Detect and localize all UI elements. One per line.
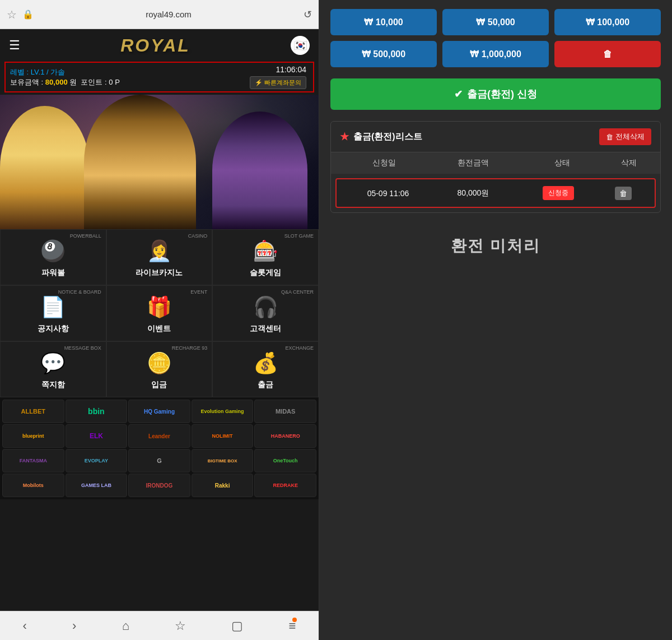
withdrawal-list-section: ★ 출금(환전)리스트 🗑 전체삭제 신청일 환전금액 상태 삭제 05-09 … bbox=[330, 121, 661, 213]
game-subtitle-5: Q&A CENTER bbox=[281, 289, 314, 295]
game-icon-1: 👩‍💼 bbox=[144, 236, 174, 266]
right-panel: ₩ 10,000 ₩ 50,000 ₩ 100,000 ₩ 500,000 ₩ … bbox=[319, 0, 672, 640]
game-item-3[interactable]: NOTICE & BOARD 📄 공지사항 bbox=[0, 285, 106, 341]
brand-grid: ALLBETbbinHQ GamingEvolution GamingMIDAS… bbox=[0, 397, 319, 499]
nav-menu[interactable]: ≡ bbox=[284, 614, 300, 638]
game-subtitle-2: SLOT GAME bbox=[284, 233, 314, 239]
brand-item-4[interactable]: MIDAS bbox=[254, 400, 316, 423]
delete-amount-button[interactable]: 🗑 bbox=[554, 41, 661, 67]
person-3 bbox=[212, 112, 307, 229]
brand-item-6[interactable]: ELK bbox=[66, 424, 128, 448]
game-label-3: 공지사항 bbox=[38, 324, 69, 334]
game-icon-7: 🪙 bbox=[144, 349, 174, 378]
amount-buttons-section: ₩ 10,000 ₩ 50,000 ₩ 100,000 ₩ 500,000 ₩ … bbox=[319, 0, 672, 78]
game-item-1[interactable]: CASINO 👩‍💼 라이브카지노 bbox=[106, 229, 213, 285]
time-display: 11:06:04 bbox=[276, 65, 307, 74]
nav-bookmark[interactable]: ☆ bbox=[170, 614, 190, 638]
flag-icon[interactable]: 🇰🇷 bbox=[291, 36, 310, 55]
quick-message-button[interactable]: ⚡ 빠른계좌문의 bbox=[250, 76, 306, 89]
brand-item-8[interactable]: NOLIMIT bbox=[192, 424, 254, 448]
amount-btn-100000[interactable]: ₩ 100,000 bbox=[554, 9, 661, 35]
list-title-text: 출금(환전)리스트 bbox=[353, 131, 422, 143]
game-icon-8: 💰 bbox=[251, 349, 280, 378]
withdrawal-list-header: ★ 출금(환전)리스트 🗑 전체삭제 bbox=[331, 122, 660, 152]
amount-btn-500000[interactable]: ₩ 500,000 bbox=[330, 41, 437, 67]
game-icon-3: 📄 bbox=[39, 293, 68, 322]
nav-back[interactable]: ‹ bbox=[18, 614, 31, 638]
game-item-6[interactable]: MESSAGE BOX 💬 쪽지함 bbox=[0, 341, 106, 397]
game-label-0: 파워볼 bbox=[41, 268, 65, 278]
brand-item-0[interactable]: ALLBET bbox=[2, 400, 64, 423]
checkmark-icon: ✔ bbox=[454, 88, 463, 100]
person-1 bbox=[0, 106, 90, 229]
lock-icon: 🔒 bbox=[22, 9, 34, 20]
app-header: ☰ ROYAL 🇰🇷 bbox=[0, 29, 319, 62]
brand-item-3[interactable]: Evolution Gaming bbox=[192, 400, 254, 423]
person-2 bbox=[84, 95, 196, 229]
amount-btn-1000000[interactable]: ₩ 1,000,000 bbox=[442, 41, 549, 67]
game-icon-4: 🎁 bbox=[144, 293, 174, 322]
refresh-icon[interactable]: ↺ bbox=[304, 8, 312, 21]
brand-item-16[interactable]: GAMES LAB bbox=[66, 474, 128, 497]
row-delete-button[interactable]: 🗑 bbox=[615, 187, 632, 200]
game-label-4: 이벤트 bbox=[147, 324, 171, 334]
brand-item-1[interactable]: bbin bbox=[66, 400, 128, 423]
star-icon[interactable]: ☆ bbox=[7, 8, 17, 21]
brand-item-9[interactable]: HABANERO bbox=[254, 424, 316, 448]
status-button[interactable]: 신청중 bbox=[543, 186, 574, 200]
brand-item-19[interactable]: REDRAKE bbox=[254, 474, 316, 497]
game-item-0[interactable]: POWERBALL 🎱 파워볼 bbox=[0, 229, 106, 285]
header-delete: 삭제 bbox=[606, 158, 651, 168]
withdrawal-btn-label: 출금(환전) 신청 bbox=[467, 87, 537, 101]
game-icon-5: 🎧 bbox=[251, 293, 280, 322]
pending-notice: 환전 미처리 bbox=[319, 213, 672, 279]
logo: ROYAL bbox=[120, 35, 190, 56]
game-label-7: 입금 bbox=[151, 380, 167, 390]
browser-chrome: ☆ 🔒 royal49.com ↺ bbox=[0, 0, 319, 29]
brand-item-10[interactable]: FANTASMA bbox=[2, 449, 64, 472]
game-label-8: 출금 bbox=[258, 380, 273, 390]
nav-tabs[interactable]: ▢ bbox=[227, 614, 248, 638]
withdrawal-table: 신청일 환전금액 상태 삭제 05-09 11:06 80,000원 신청중 🗑 bbox=[331, 152, 660, 208]
browser-url[interactable]: royal49.com bbox=[146, 10, 192, 19]
withdrawal-list-title: ★ 출금(환전)리스트 bbox=[340, 131, 422, 143]
user-level: 레벨 : LV.1 / 가솔 bbox=[10, 67, 120, 77]
game-item-7[interactable]: RECHARGE 93 🪙 입금 bbox=[106, 341, 213, 397]
brand-item-11[interactable]: EVOPLAY bbox=[66, 449, 128, 472]
brand-item-2[interactable]: HQ Gaming bbox=[128, 400, 190, 423]
brand-item-18[interactable]: Rakki bbox=[192, 474, 254, 497]
game-item-8[interactable]: EXCHANGE 💰 출금 bbox=[212, 341, 319, 397]
amount-row-2: ₩ 500,000 ₩ 1,000,000 🗑 bbox=[330, 41, 661, 67]
delete-all-button[interactable]: 🗑 전체삭제 bbox=[599, 128, 651, 145]
game-item-2[interactable]: SLOT GAME 🎰 슬롯게임 bbox=[212, 229, 319, 285]
game-icon-6: 💬 bbox=[39, 349, 68, 378]
hero-people bbox=[0, 95, 319, 229]
table-row: 05-09 11:06 80,000원 신청중 🗑 bbox=[335, 178, 656, 208]
brand-item-12[interactable]: G bbox=[128, 449, 190, 472]
withdrawal-request-button[interactable]: ✔ 출금(환전) 신청 bbox=[330, 78, 661, 110]
game-subtitle-6: MESSAGE BOX bbox=[64, 345, 101, 351]
nav-forward[interactable]: › bbox=[68, 614, 81, 638]
brand-item-7[interactable]: Leander bbox=[128, 424, 190, 448]
brand-item-14[interactable]: OneTouch bbox=[254, 449, 316, 472]
brand-item-5[interactable]: blueprint bbox=[2, 424, 64, 448]
game-subtitle-3: NOTICE & BOARD bbox=[58, 289, 101, 295]
nav-home[interactable]: ⌂ bbox=[118, 614, 134, 638]
brand-item-13[interactable]: BIGTIME BOX bbox=[192, 449, 254, 472]
amount-btn-10000[interactable]: ₩ 10,000 bbox=[330, 9, 437, 35]
game-item-5[interactable]: Q&A CENTER 🎧 고객센터 bbox=[212, 285, 319, 341]
row-status: 신청중 bbox=[516, 186, 601, 200]
header-status: 상태 bbox=[517, 158, 606, 168]
delete-all-label: 전체삭제 bbox=[615, 132, 645, 142]
game-subtitle-0: POWERBALL bbox=[70, 233, 101, 239]
game-subtitle-4: EVENT bbox=[190, 289, 207, 295]
user-info-bar: 레벨 : LV.1 / 가솔 보유금액 : 80,000 원 포인트 : 0 P… bbox=[4, 62, 314, 92]
brand-item-15[interactable]: Mobilots bbox=[2, 474, 64, 497]
hamburger-menu[interactable]: ☰ bbox=[9, 38, 20, 53]
game-subtitle-1: CASINO bbox=[188, 233, 208, 239]
brand-item-17[interactable]: IRONDOG bbox=[128, 474, 190, 497]
game-item-4[interactable]: EVENT 🎁 이벤트 bbox=[106, 285, 213, 341]
game-subtitle-8: EXCHANGE bbox=[285, 345, 314, 351]
amount-btn-50000[interactable]: ₩ 50,000 bbox=[442, 9, 549, 35]
trash-icon: 🗑 bbox=[606, 133, 613, 141]
